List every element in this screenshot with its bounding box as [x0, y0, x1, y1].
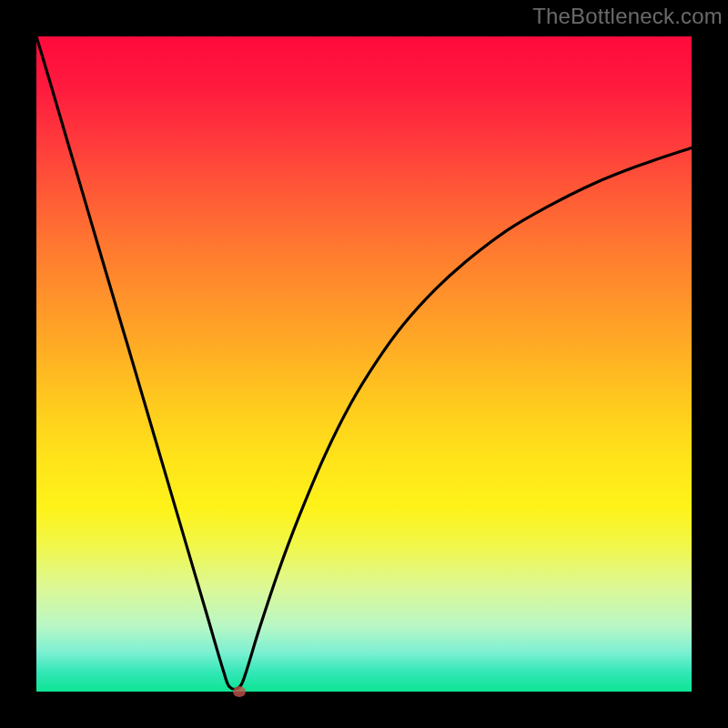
plot-area [36, 36, 692, 692]
chart-frame: TheBottleneck.com [0, 0, 728, 728]
bottleneck-curve [36, 36, 692, 689]
watermark-text: TheBottleneck.com [532, 4, 723, 29]
optimal-point-marker [233, 686, 246, 697]
curve-svg [36, 36, 692, 692]
